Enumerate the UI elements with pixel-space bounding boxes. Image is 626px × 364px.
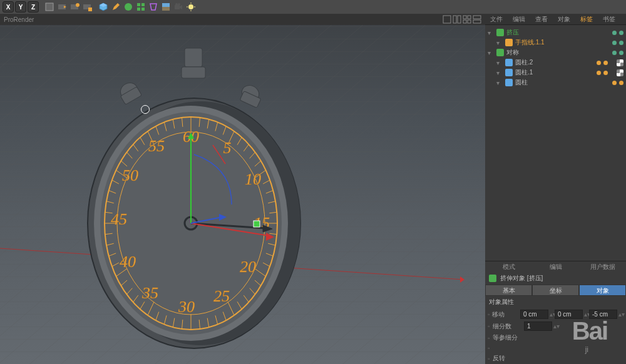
svg-rect-27: [468, 16, 471, 19]
svg-rect-26: [463, 16, 466, 19]
render-region-icon[interactable]: [81, 1, 93, 13]
svg-rect-0: [46, 3, 53, 11]
svg-text:25: 25: [213, 287, 230, 305]
tree-item-label: 圆柱.2: [515, 58, 597, 67]
svg-rect-23: [443, 16, 451, 23]
render-settings-icon[interactable]: [69, 1, 80, 13]
viewport[interactable]: ProRender: [0, 14, 485, 364]
attr-tab-0[interactable]: 模式: [485, 261, 532, 272]
tool-icon-1[interactable]: [44, 1, 55, 13]
stopwatch-object[interactable]: 60 5 10 15 20 25 30 35 40 45 50 55: [69, 42, 332, 355]
tree-item-icon: [505, 69, 513, 76]
svg-rect-24: [453, 16, 456, 23]
tree-item-icon: [496, 29, 504, 36]
nurbs-icon[interactable]: [123, 1, 134, 13]
vp-layout3-icon[interactable]: [463, 15, 471, 24]
axis-z-button[interactable]: Z: [28, 1, 39, 13]
sub-tab-0[interactable]: 基本: [485, 285, 532, 296]
attr-bottom-label: 反转: [493, 354, 505, 363]
selection-handle-icon[interactable]: [141, 105, 150, 114]
om-tab-5[interactable]: 书签: [598, 14, 620, 24]
svg-marker-15: [180, 5, 182, 9]
svg-rect-25: [458, 16, 461, 23]
svg-rect-28: [463, 20, 466, 23]
tree-row[interactable]: ▾挤压: [488, 28, 623, 38]
object-tree: ▾挤压▾手指线.1.1▾对称▾圆柱.2▾圆柱.1▾圆柱: [485, 25, 626, 163]
axis-y-button[interactable]: Y: [15, 1, 26, 13]
tree-row[interactable]: ▾对称: [488, 48, 623, 58]
pen-icon[interactable]: [110, 1, 121, 13]
svg-rect-132: [505, 59, 513, 66]
svg-text:45: 45: [111, 210, 127, 228]
axis-x-button[interactable]: X: [3, 1, 14, 13]
light-icon[interactable]: [185, 1, 197, 13]
attr-tab-1[interactable]: 编辑: [532, 261, 579, 272]
tree-item-label: 圆柱.1: [515, 68, 597, 77]
om-tab-0[interactable]: 文件: [485, 14, 508, 24]
object-manager-tabs: 文件编辑查看对象标签书签: [485, 14, 626, 25]
svg-rect-128: [254, 221, 260, 227]
attr-input[interactable]: [524, 321, 552, 331]
om-tab-1[interactable]: 编辑: [508, 14, 530, 24]
material-tag-icon[interactable]: [617, 69, 623, 76]
svg-text:50: 50: [122, 166, 138, 185]
attribute-object-title: 挤伸对象 [挤压]: [485, 272, 626, 285]
om-tab-4[interactable]: 标签: [575, 14, 598, 24]
attr-input[interactable]: [589, 310, 617, 319]
tree-item-label: 圆柱: [515, 78, 612, 87]
sub-tab-2[interactable]: 对象: [579, 285, 626, 296]
vp-layout2-icon[interactable]: [453, 15, 461, 24]
attribute-manager-tabs: 模式编辑用户数据: [485, 261, 626, 272]
tree-row[interactable]: ▾圆柱: [488, 78, 623, 88]
main-toolbar: X Y Z: [0, 0, 626, 14]
attr-row: ◦: [485, 343, 626, 353]
right-panel: 文件编辑查看对象标签书签 ▾挤压▾手指线.1.1▾对称▾圆柱.2▾圆柱.1▾圆柱…: [485, 14, 626, 364]
camera-icon[interactable]: [173, 1, 184, 13]
tree-row[interactable]: ▾手指线.1.1: [488, 38, 623, 48]
tree-item-label: 对称: [506, 48, 612, 57]
svg-rect-6: [88, 8, 92, 11]
extrude-icon: [489, 275, 496, 282]
tree-item-label: 挤压: [506, 28, 612, 37]
svg-text:5: 5: [223, 139, 232, 157]
array-icon[interactable]: [135, 1, 146, 13]
attr-row: ◦移动▴▾▴▾▴▾: [485, 308, 626, 320]
svg-rect-130: [505, 39, 513, 46]
render-engine-label: ProRender: [4, 16, 34, 23]
svg-rect-8: [137, 3, 140, 6]
viewport-header: ProRender: [0, 14, 485, 25]
attr-section-header: 对象属性: [485, 296, 626, 308]
deformer-icon[interactable]: [148, 1, 159, 13]
attr-tab-2[interactable]: 用户数据: [579, 261, 626, 272]
svg-point-16: [175, 3, 178, 6]
svg-point-17: [178, 3, 180, 6]
attr-input[interactable]: [555, 310, 583, 319]
vp-layout-icon[interactable]: [443, 15, 451, 24]
material-tag-icon[interactable]: [617, 59, 623, 66]
svg-text:30: 30: [178, 298, 195, 316]
render-icon[interactable]: [56, 1, 68, 13]
sub-tab-1[interactable]: 坐标: [532, 285, 579, 296]
attr-input[interactable]: [520, 310, 548, 319]
tree-row[interactable]: ▾圆柱.2: [488, 58, 623, 68]
attr-label: 等参细分: [493, 333, 524, 342]
svg-text:35: 35: [141, 284, 158, 302]
svg-rect-134: [505, 79, 513, 86]
tree-item-icon: [505, 59, 513, 66]
attr-label: 移动: [492, 310, 520, 319]
svg-rect-35: [185, 48, 202, 67]
om-tab-2[interactable]: 查看: [530, 14, 553, 24]
tree-item-icon: [505, 79, 513, 86]
vp-layout4-icon[interactable]: [473, 15, 481, 24]
cube-icon[interactable]: [98, 1, 109, 13]
svg-rect-31: [473, 20, 481, 23]
svg-rect-36: [182, 67, 205, 78]
svg-point-7: [125, 3, 132, 11]
environment-icon[interactable]: [160, 1, 172, 13]
om-tab-3[interactable]: 对象: [553, 14, 575, 24]
svg-text:55: 55: [148, 137, 165, 155]
svg-rect-12: [162, 7, 170, 11]
svg-rect-29: [468, 20, 471, 23]
svg-rect-30: [473, 16, 481, 19]
tree-row[interactable]: ▾圆柱.1: [488, 68, 623, 78]
